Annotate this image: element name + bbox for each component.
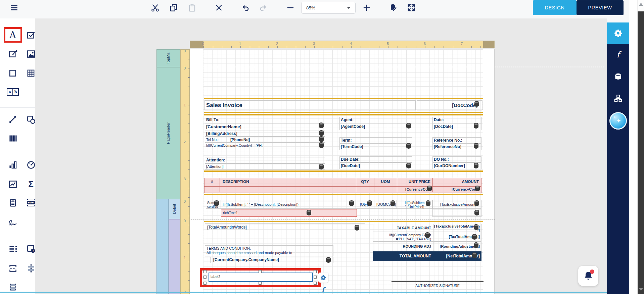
band-pagefooter[interactable] [169,219,180,294]
menu-button[interactable] [9,3,19,12]
sparkline-tool[interactable] [7,178,18,190]
distribute-bands-tool[interactable] [25,262,37,274]
datasource-icon [474,224,478,230]
detail-description-cell[interactable]: Iif([IsSubItem], ' ' + [Description], [D… [221,200,356,209]
attention-field: [Attention] [206,164,224,168]
signature-tool[interactable] [7,216,18,228]
col-header-unitprice: UNIT PRICE [397,180,430,184]
undo-button[interactable] [241,3,250,12]
bands-stack-tool[interactable] [7,281,18,293]
report-title-cell[interactable]: Sales Invoice [204,100,416,110]
scissors-icon [151,3,159,12]
paste-button[interactable] [187,3,197,12]
chart-tool[interactable] [7,159,18,170]
cells-tool[interactable]: a b [7,86,18,98]
zoom-level-select[interactable]: 85% [301,2,356,14]
doccode-cell[interactable]: [DocCode] [417,100,482,110]
header-footer-band-tool[interactable] [7,262,18,274]
zoom-level-value: 85% [306,5,315,10]
total-words-cell[interactable]: [TotalAmountInWords] [205,223,365,242]
resize-handle-se[interactable] [314,282,317,285]
agent-value-cell[interactable]: [AgentCode] [339,123,412,130]
reference-label-cell[interactable]: Reference No.: [432,137,481,143]
checkbox-tool[interactable] [25,29,37,41]
pdf-tool[interactable]: PDF [25,197,37,208]
image-tool[interactable] [25,48,37,59]
resize-handle-n[interactable] [259,270,262,273]
datasource-icon [319,136,324,142]
detail-richtext-cell[interactable]: richText1 [221,209,357,217]
duedate-label-cell[interactable]: Due Date: [339,156,412,162]
structure-tab[interactable] [607,89,629,108]
attention-label-cell[interactable]: Attention: [205,157,325,163]
element-expression-button[interactable]: f [319,285,327,294]
datasource-icon [474,101,479,107]
resize-handle-s[interactable] [259,282,262,285]
scroll-up-arrow[interactable] [639,3,643,6]
datasource-icon [474,210,479,215]
detail-unitprice-line1: Iif([IsSubItem [405,201,425,205]
properties-tab-active[interactable] [607,22,629,44]
vat-label-cell[interactable]: Iif([CurrentCompany.Count ='PH', 'VAT', … [373,232,433,242]
clipboard-tool[interactable] [7,197,18,208]
cut-button[interactable] [150,3,160,12]
scrollbar-thumb[interactable] [638,11,644,294]
richtext-tool[interactable] [7,48,18,59]
functions-tab[interactable]: f [607,45,629,64]
band-detailreport[interactable] [156,199,169,294]
panel-tool[interactable] [7,67,18,79]
term-label-cell[interactable]: Term: [339,137,412,143]
telno-label-cell[interactable]: Tel No.: [205,137,227,143]
label2-element[interactable]: label2 [209,273,313,282]
element-settings-button[interactable] [318,273,328,283]
agent-label-cell[interactable]: Agent: [339,117,412,123]
barcode-tool[interactable] [7,133,18,144]
resize-handle-nw[interactable] [203,270,206,273]
copy-button[interactable] [169,3,178,12]
resize-handle-w[interactable] [203,276,206,279]
validate-button[interactable] [388,3,398,12]
scroll-down-arrow[interactable] [639,288,643,291]
dono-label-cell[interactable]: DO No.: [432,156,481,162]
billing-address-cell[interactable]: [BillingAddress] [205,131,325,137]
shape-tool[interactable] [25,114,37,125]
attention-value-cell[interactable]: [Attention] [205,163,325,170]
duedate-value-cell[interactable]: [DueDate] [339,162,412,169]
fullscreen-button[interactable] [407,3,416,12]
resize-handle-e[interactable] [314,276,317,279]
list-details-tool[interactable] [7,243,18,254]
gauge-tool[interactable] [25,159,37,170]
datasource-icon [349,200,354,206]
taxable-label-cell[interactable]: TAXABLE AMOUNT [373,224,433,232]
date-label-cell[interactable]: Date: [432,117,481,123]
authorized-signature-label: AUTHORIZED SIGNATURE [392,284,484,288]
table-tool[interactable] [25,67,37,79]
term-value-cell[interactable]: [TermCode] [339,143,412,150]
resize-handle-sw[interactable] [203,282,206,285]
phone-cell[interactable]: [PhoneNo] [227,137,325,143]
datasource-tab[interactable] [607,67,629,86]
notifications-button[interactable] [578,266,598,286]
line-tool[interactable] [7,114,18,125]
ai-assistant-button[interactable]: ✦ ✦ [609,112,627,130]
terms-cell[interactable]: TERMS AND CONDITION: All cheques should … [205,245,333,256]
sum-tool[interactable]: Σ [25,178,37,190]
zoom-in-button[interactable] [362,3,371,12]
country-expr-cell[interactable]: Iif([CurrentCompany.Country]=='PH', [205,143,325,148]
page-info-tool[interactable]: i [25,243,37,254]
design-tab[interactable]: DESIGN [533,0,577,15]
total-label-cell[interactable]: TOTAL AMOUNT [373,251,433,261]
zoom-out-button[interactable] [286,3,295,12]
scrollbar-track[interactable] [637,0,644,294]
company-name-cell[interactable]: [CurrentCompany.CompanyName] [210,257,333,263]
billto-label-cell[interactable]: Bill To: [205,117,325,123]
datasource-icon [474,200,479,206]
datasource-icon [425,232,430,238]
preview-tab[interactable]: PREVIEW [577,0,624,15]
customer-cell[interactable]: [CustomerName] [205,123,325,130]
delete-button[interactable] [214,3,224,12]
items-table-header[interactable]: # DESCRIPTION QTY UOM UNIT PRICE AMOUNT … [204,178,481,193]
rounding-label-cell[interactable]: ROUNDING ADJ [373,242,433,251]
redo-button[interactable] [259,3,268,12]
resize-handle-ne[interactable] [314,270,317,273]
